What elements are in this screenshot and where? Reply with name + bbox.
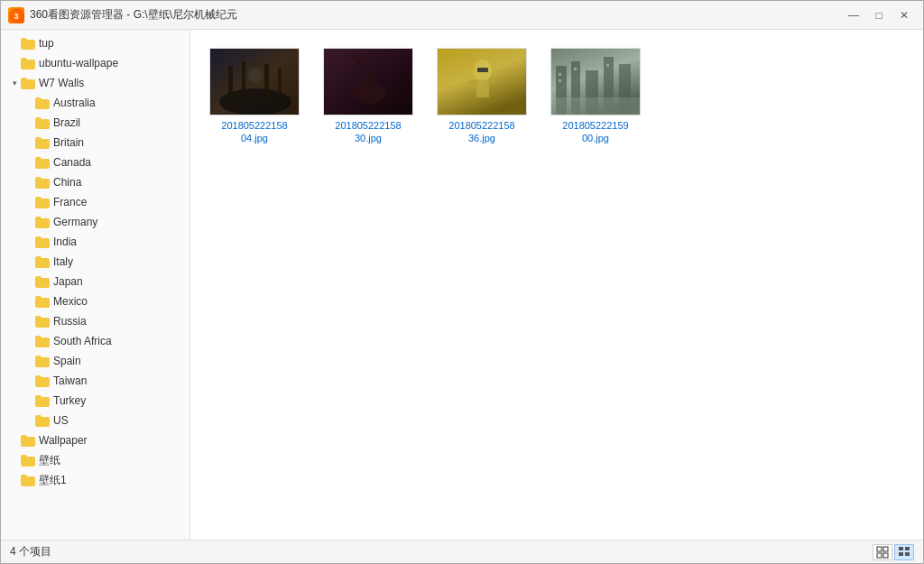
folder-icon-w7walls [21,78,35,89]
svg-rect-31 [559,79,561,82]
folder-icon-mexico [35,296,50,308]
file-thumbnail-2 [323,48,413,116]
sidebar-label-spain: Spain [53,355,81,367]
svg-rect-36 [883,547,888,551]
folder-icon-china [35,177,50,189]
sidebar-item-turkey[interactable]: Turkey [1,391,189,411]
sidebar-label-india: India [53,236,77,248]
sidebar-item-china[interactable]: China [1,172,189,192]
svg-rect-21 [477,68,488,72]
file-item-2[interactable]: 20180522215830.jpg [319,44,418,149]
sidebar-label-germany: Germany [53,216,97,228]
arrow-australia [23,97,35,109]
sidebar-item-wallpaper[interactable]: Wallpaper [1,430,189,450]
sidebar-label-china: China [53,176,81,189]
sidebar-item-spain[interactable]: Spain [1,351,189,371]
sidebar-item-us[interactable]: US [1,411,189,430]
sidebar-label-japan: Japan [53,275,83,288]
main-content: tup ubuntu-wallpape ▾ W7 Walls Australia [1,30,923,540]
sidebar: tup ubuntu-wallpape ▾ W7 Walls Australia [1,30,190,540]
sidebar-label-turkey: Turkey [53,394,86,407]
folder-icon-japan [35,276,50,288]
file-thumbnail-3 [437,48,527,116]
arrow-china [23,176,35,189]
file-name-2: 20180522215830.jpg [335,119,401,145]
sidebar-item-germany[interactable]: Germany [1,212,189,232]
folder-icon-france [35,197,50,208]
svg-rect-34 [551,97,640,116]
arrow-russia [23,315,35,328]
sidebar-item-italy[interactable]: Italy [1,252,189,272]
file-item-4[interactable]: 20180522215900.jpg [546,44,645,149]
sidebar-item-tup[interactable]: tup [1,33,189,53]
sidebar-item-britain[interactable]: Britain [1,133,189,153]
file-item-3[interactable]: 20180522215836.jpg [432,44,531,149]
file-name-4: 20180522215900.jpg [562,119,628,145]
sidebar-item-australia[interactable]: Australia [1,93,189,113]
sidebar-item-w7walls[interactable]: ▾ W7 Walls [1,73,189,93]
grid-view-button[interactable] [873,544,892,560]
sidebar-item-bizhi[interactable]: 壁纸 [1,450,189,470]
folder-icon-britain [35,137,50,149]
arrow-turkey [23,394,35,407]
file-grid: 20180522215804.jpg [205,44,909,149]
sidebar-label-taiwan: Taiwan [53,374,87,387]
sidebar-label-france: France [53,196,87,208]
sidebar-item-southafrica[interactable]: South Africa [1,331,189,351]
sidebar-item-russia[interactable]: Russia [1,311,189,331]
folder-icon-turkey [35,395,50,407]
folder-icon-bizhi1 [21,475,35,486]
arrow-ubuntu [8,57,21,69]
file-name-3: 20180522215836.jpg [448,119,514,145]
svg-rect-6 [264,64,269,102]
status-count: 4 个项目 [10,544,51,559]
folder-icon-spain [35,356,50,367]
folder-icon-southafrica [35,336,50,347]
file-thumbnail-1 [209,48,300,116]
sidebar-item-brazil[interactable]: Brazil [1,113,189,133]
maximize-button[interactable]: □ [867,6,891,24]
arrow-tup [8,37,21,50]
svg-rect-4 [228,66,233,102]
sidebar-label-mexico: Mexico [53,295,88,308]
folder-icon-tup [21,38,35,50]
sidebar-label-wallpaper: Wallpaper [39,434,88,447]
arrow-mexico [23,295,35,308]
folder-icon-wallpaper [21,435,35,447]
sidebar-label-britain: Britain [53,136,84,149]
sidebar-item-india[interactable]: India [1,232,189,252]
list-icon [898,546,910,559]
sidebar-label-bizhi1: 壁纸1 [39,473,67,488]
folder-icon-australia [35,97,50,109]
arrow-wallpaper [8,434,21,447]
sidebar-item-mexico[interactable]: Mexico [1,291,189,311]
statusbar: 4 个项目 [1,540,923,563]
svg-rect-30 [559,73,561,76]
view-buttons [873,544,914,560]
sidebar-item-france[interactable]: France [1,192,189,212]
sidebar-item-taiwan[interactable]: Taiwan [1,371,189,391]
svg-rect-5 [242,61,245,102]
svg-rect-20 [476,79,489,97]
arrow-w7walls: ▾ [8,77,21,89]
list-view-button[interactable] [894,544,914,560]
sidebar-label-bizhi: 壁纸 [39,453,60,468]
sidebar-label-ubuntu: ubuntu-wallpape [39,57,118,69]
svg-rect-35 [877,547,882,551]
file-item-1[interactable]: 20180522215804.jpg [205,44,304,149]
sidebar-item-bizhi1[interactable]: 壁纸1 [1,470,189,490]
arrow-southafrica [23,335,35,347]
sidebar-item-japan[interactable]: Japan [1,272,189,291]
sidebar-label-tup: tup [39,37,54,50]
svg-rect-39 [899,547,903,550]
sidebar-item-canada[interactable]: Canada [1,153,189,172]
arrow-britain [23,136,35,149]
minimize-button[interactable]: — [842,6,865,24]
window-controls: — □ ✕ [842,6,916,24]
sidebar-label-russia: Russia [53,315,87,328]
file-name-1: 20180522215804.jpg [221,119,287,145]
sidebar-item-ubuntu[interactable]: ubuntu-wallpape [1,53,189,73]
window-title: 360看图资源管理器 - G:\壁纸\尼尔机械纪元 [30,7,842,23]
close-button[interactable]: ✕ [892,6,916,24]
sidebar-label-canada: Canada [53,156,91,169]
